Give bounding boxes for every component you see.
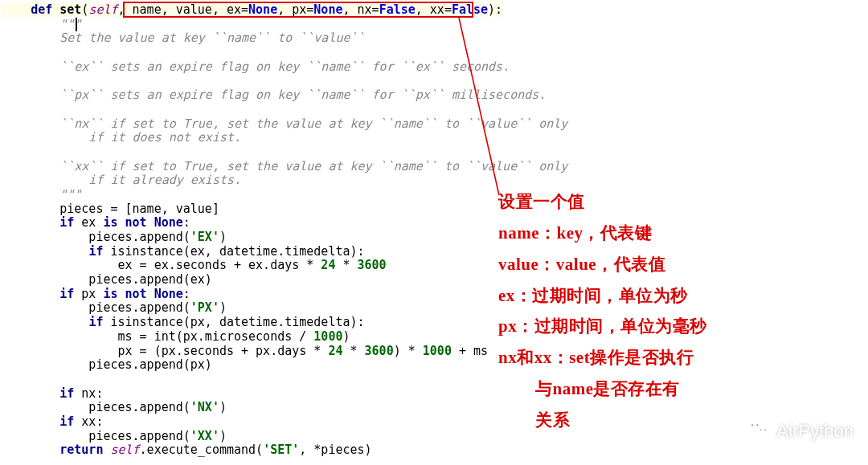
- annotation-block: 设置一个值 name：key，代表键 value：value，代表值 ex：过期…: [498, 186, 707, 436]
- fn-name: set: [59, 2, 81, 17]
- annotation-line-3: value：value，代表值: [498, 249, 707, 280]
- code-block: def set(self, name, value, ex=None, px=N…: [2, 3, 567, 458]
- svg-point-3: [751, 424, 753, 426]
- svg-point-5: [760, 429, 761, 430]
- annotation-line-1: 设置一个值: [498, 186, 707, 218]
- annotation-line-8: 关系: [498, 405, 707, 436]
- svg-point-2: [756, 426, 769, 436]
- screenshot-root: def set(self, name, value, ex=None, px=N…: [0, 0, 868, 465]
- annotation-line-6: nx和xx：set操作是否执行: [498, 342, 707, 373]
- kw-def: def: [31, 2, 59, 17]
- svg-point-4: [756, 424, 758, 426]
- watermark-text: AirPython: [777, 421, 854, 442]
- annotation-line-2: name：key，代表键: [498, 218, 707, 249]
- wechat-icon: [745, 415, 772, 447]
- annotation-line-4: ex：过期时间，单位为秒: [498, 280, 707, 312]
- watermark: AirPython: [745, 415, 854, 447]
- annotation-line-5: px：过期时间，单位为毫秒: [498, 311, 707, 342]
- self-param: self: [88, 2, 117, 17]
- text-caret: [76, 18, 77, 31]
- annotation-line-7: 与name是否存在有: [498, 373, 707, 405]
- svg-point-6: [764, 429, 766, 430]
